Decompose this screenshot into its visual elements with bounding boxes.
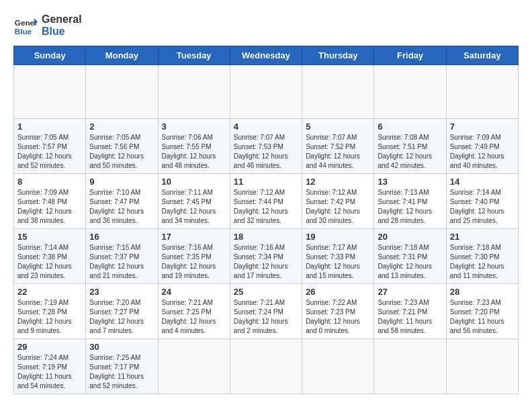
calendar-cell [446, 339, 518, 394]
day-info: Sunrise: 7:12 AM Sunset: 7:42 PM Dayligh… [306, 188, 370, 226]
calendar-cell: 23Sunrise: 7:20 AM Sunset: 7:27 PM Dayli… [86, 284, 158, 339]
logo-icon: General Blue [13, 13, 38, 38]
calendar-cell [158, 65, 230, 119]
day-info: Sunrise: 7:20 AM Sunset: 7:27 PM Dayligh… [89, 298, 154, 336]
day-number: 10 [162, 177, 226, 187]
weekday-header-monday: Monday [86, 46, 158, 65]
day-number: 30 [89, 342, 154, 352]
calendar-cell: 4Sunrise: 7:07 AM Sunset: 7:53 PM Daylig… [230, 119, 302, 174]
day-info: Sunrise: 7:17 AM Sunset: 7:33 PM Dayligh… [306, 243, 370, 281]
header-row: SundayMondayTuesdayWednesdayThursdayFrid… [14, 46, 519, 65]
weekday-header-sunday: Sunday [14, 46, 86, 65]
day-number: 25 [234, 287, 298, 297]
day-info: Sunrise: 7:09 AM Sunset: 7:48 PM Dayligh… [17, 188, 82, 226]
calendar-cell: 15Sunrise: 7:14 AM Sunset: 7:38 PM Dayli… [14, 229, 86, 284]
day-info: Sunrise: 7:15 AM Sunset: 7:37 PM Dayligh… [89, 243, 154, 281]
day-info: Sunrise: 7:13 AM Sunset: 7:41 PM Dayligh… [378, 188, 442, 226]
day-number: 2 [89, 122, 154, 132]
day-info: Sunrise: 7:05 AM Sunset: 7:56 PM Dayligh… [89, 133, 154, 171]
calendar-cell [374, 339, 446, 394]
day-number: 15 [17, 232, 82, 242]
weekday-header-tuesday: Tuesday [158, 46, 230, 65]
day-number: 27 [378, 287, 442, 297]
day-info: Sunrise: 7:16 AM Sunset: 7:35 PM Dayligh… [162, 243, 226, 281]
calendar-cell [230, 65, 302, 119]
day-info: Sunrise: 7:22 AM Sunset: 7:23 PM Dayligh… [306, 298, 370, 336]
calendar-cell: 8Sunrise: 7:09 AM Sunset: 7:48 PM Daylig… [14, 174, 86, 229]
day-number: 7 [450, 122, 515, 132]
calendar-cell: 11Sunrise: 7:12 AM Sunset: 7:44 PM Dayli… [230, 174, 302, 229]
day-info: Sunrise: 7:11 AM Sunset: 7:45 PM Dayligh… [162, 188, 226, 226]
day-number: 28 [450, 287, 515, 297]
day-info: Sunrise: 7:10 AM Sunset: 7:47 PM Dayligh… [89, 188, 154, 226]
day-number: 5 [306, 122, 370, 132]
calendar-week-5: 22Sunrise: 7:19 AM Sunset: 7:28 PM Dayli… [14, 284, 519, 339]
logo: General Blue General Blue [13, 13, 82, 38]
day-number: 18 [234, 232, 298, 242]
calendar-cell: 22Sunrise: 7:19 AM Sunset: 7:28 PM Dayli… [14, 284, 86, 339]
calendar-cell [374, 65, 446, 119]
page-header: General Blue General Blue [13, 13, 519, 38]
calendar-cell: 27Sunrise: 7:23 AM Sunset: 7:21 PM Dayli… [374, 284, 446, 339]
calendar-cell: 6Sunrise: 7:08 AM Sunset: 7:51 PM Daylig… [374, 119, 446, 174]
calendar-cell [14, 65, 86, 119]
day-info: Sunrise: 7:18 AM Sunset: 7:31 PM Dayligh… [378, 243, 442, 281]
calendar-cell [302, 65, 374, 119]
day-number: 8 [17, 177, 82, 187]
day-number: 26 [306, 287, 370, 297]
calendar-cell: 3Sunrise: 7:06 AM Sunset: 7:55 PM Daylig… [158, 119, 230, 174]
calendar-cell: 2Sunrise: 7:05 AM Sunset: 7:56 PM Daylig… [86, 119, 158, 174]
calendar-cell: 25Sunrise: 7:21 AM Sunset: 7:24 PM Dayli… [230, 284, 302, 339]
weekday-header-wednesday: Wednesday [230, 46, 302, 65]
day-info: Sunrise: 7:09 AM Sunset: 7:49 PM Dayligh… [450, 133, 515, 171]
calendar-cell [158, 339, 230, 394]
day-info: Sunrise: 7:19 AM Sunset: 7:28 PM Dayligh… [17, 298, 82, 336]
day-info: Sunrise: 7:14 AM Sunset: 7:38 PM Dayligh… [17, 243, 82, 281]
day-info: Sunrise: 7:14 AM Sunset: 7:40 PM Dayligh… [450, 188, 515, 226]
calendar-cell: 18Sunrise: 7:16 AM Sunset: 7:34 PM Dayli… [230, 229, 302, 284]
calendar-cell: 17Sunrise: 7:16 AM Sunset: 7:35 PM Dayli… [158, 229, 230, 284]
calendar-cell: 26Sunrise: 7:22 AM Sunset: 7:23 PM Dayli… [302, 284, 374, 339]
day-number: 21 [450, 232, 515, 242]
calendar-cell [302, 339, 374, 394]
day-number: 12 [306, 177, 370, 187]
day-number: 4 [234, 122, 298, 132]
calendar-cell [86, 65, 158, 119]
calendar-week-6: 29Sunrise: 7:24 AM Sunset: 7:19 PM Dayli… [14, 339, 519, 394]
calendar-cell: 9Sunrise: 7:10 AM Sunset: 7:47 PM Daylig… [86, 174, 158, 229]
calendar-cell [230, 339, 302, 394]
svg-text:Blue: Blue [15, 27, 32, 36]
day-number: 16 [89, 232, 154, 242]
day-number: 22 [17, 287, 82, 297]
logo-blue: Blue [42, 26, 82, 38]
calendar-cell: 14Sunrise: 7:14 AM Sunset: 7:40 PM Dayli… [446, 174, 518, 229]
day-info: Sunrise: 7:25 AM Sunset: 7:17 PM Dayligh… [89, 353, 154, 391]
calendar-cell: 29Sunrise: 7:24 AM Sunset: 7:19 PM Dayli… [14, 339, 86, 394]
calendar-week-2: 1Sunrise: 7:05 AM Sunset: 7:57 PM Daylig… [14, 119, 519, 174]
calendar-cell: 30Sunrise: 7:25 AM Sunset: 7:17 PM Dayli… [86, 339, 158, 394]
calendar-week-4: 15Sunrise: 7:14 AM Sunset: 7:38 PM Dayli… [14, 229, 519, 284]
calendar-cell: 12Sunrise: 7:12 AM Sunset: 7:42 PM Dayli… [302, 174, 374, 229]
calendar-cell: 1Sunrise: 7:05 AM Sunset: 7:57 PM Daylig… [14, 119, 86, 174]
day-info: Sunrise: 7:05 AM Sunset: 7:57 PM Dayligh… [17, 133, 82, 171]
calendar-cell: 7Sunrise: 7:09 AM Sunset: 7:49 PM Daylig… [446, 119, 518, 174]
day-info: Sunrise: 7:07 AM Sunset: 7:52 PM Dayligh… [306, 133, 370, 171]
day-number: 11 [234, 177, 298, 187]
weekday-header-friday: Friday [374, 46, 446, 65]
day-number: 9 [89, 177, 154, 187]
day-number: 17 [162, 232, 226, 242]
calendar-cell [446, 65, 518, 119]
calendar-cell: 10Sunrise: 7:11 AM Sunset: 7:45 PM Dayli… [158, 174, 230, 229]
day-number: 13 [378, 177, 442, 187]
day-info: Sunrise: 7:24 AM Sunset: 7:19 PM Dayligh… [17, 353, 82, 391]
calendar-cell: 24Sunrise: 7:21 AM Sunset: 7:25 PM Dayli… [158, 284, 230, 339]
weekday-header-saturday: Saturday [446, 46, 518, 65]
calendar-cell: 16Sunrise: 7:15 AM Sunset: 7:37 PM Dayli… [86, 229, 158, 284]
day-info: Sunrise: 7:08 AM Sunset: 7:51 PM Dayligh… [378, 133, 442, 171]
day-number: 24 [162, 287, 226, 297]
day-number: 23 [89, 287, 154, 297]
calendar-cell: 5Sunrise: 7:07 AM Sunset: 7:52 PM Daylig… [302, 119, 374, 174]
weekday-header-thursday: Thursday [302, 46, 374, 65]
calendar-week-1 [14, 65, 519, 119]
calendar-cell: 21Sunrise: 7:18 AM Sunset: 7:30 PM Dayli… [446, 229, 518, 284]
